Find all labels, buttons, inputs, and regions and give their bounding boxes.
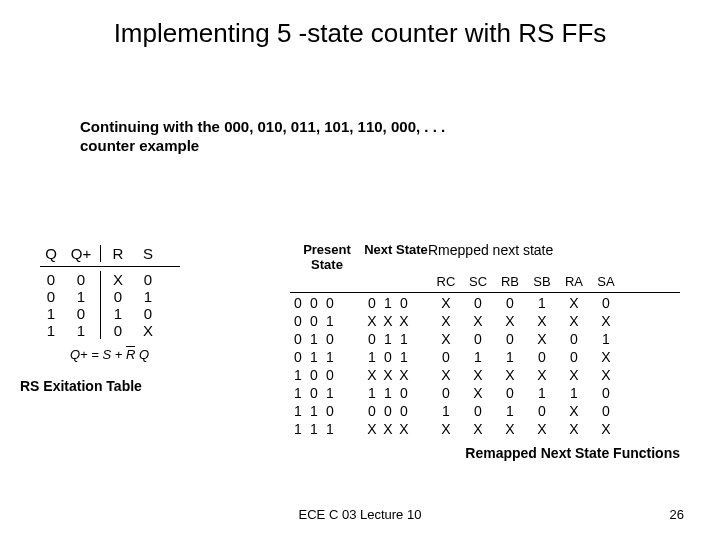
cell: X bbox=[100, 271, 129, 288]
cell: 0 bbox=[322, 367, 338, 385]
cell: 1 bbox=[290, 385, 306, 403]
cell: X bbox=[430, 331, 462, 349]
table-row: 111XXXXXXXXX bbox=[290, 421, 680, 439]
cell: 0 bbox=[364, 295, 380, 313]
cell bbox=[412, 421, 430, 439]
spacer bbox=[290, 274, 430, 289]
cell: X bbox=[590, 349, 622, 367]
table-row: 000010X001X0 bbox=[290, 295, 680, 313]
present-state-header: Present State bbox=[290, 242, 364, 272]
cell: 1 bbox=[322, 349, 338, 367]
cell: X bbox=[526, 313, 558, 331]
cell: X bbox=[558, 367, 590, 385]
cell: 1 bbox=[306, 421, 322, 439]
cell: 0 bbox=[137, 271, 159, 288]
footer-text: ECE C 03 Lecture 10 bbox=[0, 507, 720, 522]
cell: 0 bbox=[290, 313, 306, 331]
cell bbox=[338, 421, 364, 439]
cell: 0 bbox=[430, 349, 462, 367]
big-body: 000010X001X0001XXXXXXXXX010011X00X010111… bbox=[290, 295, 680, 439]
cell: 0 bbox=[40, 271, 62, 288]
cell: 0 bbox=[590, 295, 622, 313]
rule bbox=[40, 266, 180, 267]
cell: 0 bbox=[290, 349, 306, 367]
remapped-caption: Remapped Next State Functions bbox=[290, 445, 680, 461]
cell: 1 bbox=[396, 331, 412, 349]
cell: 0 bbox=[494, 331, 526, 349]
cell: 0 bbox=[40, 288, 62, 305]
cell bbox=[338, 367, 364, 385]
cell bbox=[338, 403, 364, 421]
cell: X bbox=[526, 421, 558, 439]
cell: X bbox=[462, 367, 494, 385]
table-row: 010011X00X01 bbox=[290, 331, 680, 349]
next-state-header: Next State bbox=[364, 242, 428, 272]
cell: 1 bbox=[306, 403, 322, 421]
col-rb: RB bbox=[494, 274, 526, 289]
subtitle: Continuing with the 000, 010, 011, 101, … bbox=[80, 118, 480, 156]
cell: 0 bbox=[494, 295, 526, 313]
cell: 1 bbox=[430, 403, 462, 421]
cell: X bbox=[590, 421, 622, 439]
cell: 0 bbox=[558, 349, 590, 367]
cell: 1 bbox=[322, 385, 338, 403]
table-row: 100XXXXXXXXX bbox=[290, 367, 680, 385]
cell: 0 bbox=[380, 403, 396, 421]
cell: 0 bbox=[396, 403, 412, 421]
cell: X bbox=[396, 313, 412, 331]
excite-caption: RS Exitation Table bbox=[20, 378, 180, 394]
cell: 0 bbox=[290, 295, 306, 313]
cell: X bbox=[558, 421, 590, 439]
cell: 0 bbox=[462, 331, 494, 349]
cell: X bbox=[558, 403, 590, 421]
excite-row: 0 1 0 1 bbox=[40, 288, 180, 305]
eq-tail: Q bbox=[135, 347, 149, 362]
table-row: 1011100X0110 bbox=[290, 385, 680, 403]
excite-row: 1 0 1 0 bbox=[40, 305, 180, 322]
cell: 1 bbox=[40, 305, 62, 322]
cell: X bbox=[430, 421, 462, 439]
cell: 0 bbox=[526, 349, 558, 367]
cell: 0 bbox=[430, 385, 462, 403]
excitation-table: Q Q+ R S 0 0 X 0 0 1 0 1 1 0 1 0 1 1 0 X… bbox=[40, 245, 180, 394]
cell: 1 bbox=[70, 288, 92, 305]
cell: X bbox=[396, 421, 412, 439]
cell: 0 bbox=[306, 367, 322, 385]
cell: 1 bbox=[306, 331, 322, 349]
cell: 0 bbox=[526, 403, 558, 421]
cell: X bbox=[590, 313, 622, 331]
cell bbox=[412, 403, 430, 421]
cell: 0 bbox=[396, 385, 412, 403]
cell: 0 bbox=[100, 322, 129, 339]
cell: 0 bbox=[558, 331, 590, 349]
cell bbox=[338, 313, 364, 331]
cell: 0 bbox=[590, 403, 622, 421]
cell: X bbox=[430, 313, 462, 331]
col-sa: SA bbox=[590, 274, 622, 289]
cell: 0 bbox=[590, 385, 622, 403]
cell: X bbox=[364, 421, 380, 439]
cell: X bbox=[494, 313, 526, 331]
cell: X bbox=[526, 331, 558, 349]
cell: 0 bbox=[380, 349, 396, 367]
cell: 1 bbox=[396, 349, 412, 367]
cell bbox=[412, 331, 430, 349]
cell bbox=[338, 331, 364, 349]
cell bbox=[412, 313, 430, 331]
cell bbox=[338, 385, 364, 403]
cell: 0 bbox=[462, 295, 494, 313]
cell: 1 bbox=[590, 331, 622, 349]
cell: 1 bbox=[322, 313, 338, 331]
cell: X bbox=[430, 367, 462, 385]
cell: 0 bbox=[290, 331, 306, 349]
cell bbox=[412, 385, 430, 403]
cell: X bbox=[396, 367, 412, 385]
eq-rbar: R bbox=[126, 347, 135, 362]
col-rc: RC bbox=[430, 274, 462, 289]
cell: 0 bbox=[322, 331, 338, 349]
qplus-equation: Q+ = S + R Q bbox=[70, 347, 180, 362]
cell: 1 bbox=[364, 349, 380, 367]
cell: X bbox=[364, 313, 380, 331]
cell: 1 bbox=[494, 349, 526, 367]
cell: X bbox=[462, 421, 494, 439]
